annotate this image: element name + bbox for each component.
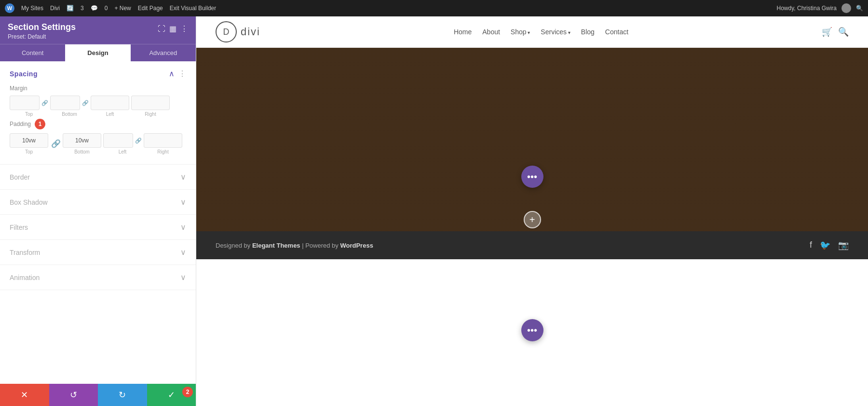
- nav-about[interactable]: About: [482, 28, 500, 36]
- divi-link[interactable]: Divi: [50, 5, 60, 12]
- tab-design[interactable]: Design: [65, 44, 130, 61]
- redo-icon: ↻: [119, 390, 126, 400]
- margin-right-input[interactable]: [131, 96, 170, 110]
- comment-count-badge: 0: [105, 5, 108, 12]
- twitter-icon[interactable]: 🐦: [820, 240, 830, 251]
- box-shadow-section[interactable]: Box Shadow ∨: [0, 190, 196, 215]
- transform-section[interactable]: Transform ∨: [0, 240, 196, 265]
- border-chevron-icon: ∨: [180, 172, 186, 182]
- nav-blog[interactable]: Blog: [581, 28, 595, 36]
- edit-page-link[interactable]: Edit Page: [138, 5, 163, 12]
- save-button[interactable]: ✓ 2: [147, 384, 196, 406]
- animation-section[interactable]: Animation ∨: [0, 265, 196, 290]
- margin-bottom-label: Bottom: [62, 112, 77, 117]
- margin-top-input[interactable]: [10, 96, 40, 110]
- redo-button[interactable]: ↻: [98, 384, 147, 406]
- site-header: D divi Home About Shop Services Blog Con…: [196, 16, 868, 48]
- footer-credits: Designed by Elegant Themes | Powered by …: [216, 242, 373, 249]
- my-sites-link[interactable]: My Sites: [21, 5, 43, 12]
- comment-icon[interactable]: 💬: [91, 5, 98, 12]
- footer-text-1: Designed by: [216, 242, 252, 249]
- padding-label: Padding: [10, 121, 31, 127]
- margin-bottom-group: 🔗 Bottom: [50, 96, 89, 117]
- add-module-button[interactable]: +: [524, 211, 541, 228]
- panel-header-left: Section Settings Preset: Default: [8, 22, 76, 40]
- border-label: Border: [10, 173, 30, 181]
- floating-menu-button[interactable]: •••: [521, 166, 543, 188]
- collapse-icon[interactable]: ∧: [169, 69, 175, 78]
- nav-home[interactable]: Home: [454, 28, 472, 36]
- filters-section[interactable]: Filters ∨: [0, 215, 196, 240]
- spacing-section-header[interactable]: Spacing ∧ ⋮: [10, 69, 186, 78]
- margin-left-group: Left: [91, 96, 129, 117]
- margin-left-input[interactable]: [91, 96, 129, 110]
- nav-contact[interactable]: Contact: [605, 28, 628, 36]
- padding-link-icon[interactable]: 🔗: [50, 136, 62, 151]
- preset-dropdown[interactable]: Preset: Default: [8, 33, 76, 40]
- padding-left-field: 🔗: [103, 133, 142, 148]
- panel-title: Section Settings: [8, 22, 76, 32]
- padding-top-input[interactable]: [10, 133, 48, 148]
- preview-area: D divi Home About Shop Services Blog Con…: [196, 16, 868, 406]
- padding-top-group: Top: [10, 133, 48, 154]
- section-options-icon[interactable]: ⋮: [178, 69, 186, 78]
- panel-header-right: ⛶ ▦ ⋮: [158, 24, 188, 33]
- action-bar: ✕ ↺ ↻ ✓ 2: [0, 384, 196, 406]
- exit-builder-link[interactable]: Exit Visual Builder: [170, 5, 217, 12]
- margin-right-label: Right: [145, 112, 156, 117]
- site-nav: Home About Shop Services Blog Contact: [454, 28, 628, 36]
- section-controls: ∧ ⋮: [169, 69, 186, 78]
- section-settings-panel: Section Settings Preset: Default ⛶ ▦ ⋮ C…: [0, 16, 196, 406]
- elegant-themes-link[interactable]: Elegant Themes: [252, 242, 300, 249]
- nav-shop[interactable]: Shop: [511, 28, 530, 36]
- more-options-dots-icon: •••: [527, 171, 537, 182]
- padding-left-group: 🔗 Left: [103, 133, 142, 154]
- cart-icon[interactable]: 🛒: [822, 27, 832, 37]
- margin-right-group: Right: [131, 96, 170, 117]
- panel-content: Spacing ∧ ⋮ Margin 🔗 Top: [0, 61, 196, 384]
- wordpress-link[interactable]: WordPress: [340, 242, 373, 249]
- bottom-floating-menu-button[interactable]: •••: [521, 319, 543, 341]
- new-content-link[interactable]: + New: [114, 5, 131, 12]
- spacing-section: Spacing ∧ ⋮ Margin 🔗 Top: [0, 61, 196, 165]
- margin-bottom-field: 🔗: [50, 96, 89, 110]
- search-nav-icon[interactable]: 🔍: [838, 27, 849, 37]
- box-shadow-label: Box Shadow: [10, 198, 48, 206]
- footer-social-icons: f 🐦 📷: [810, 240, 849, 251]
- save-badge: 2: [182, 387, 193, 397]
- footer-text-2: | Powered by: [300, 242, 340, 249]
- nav-services[interactable]: Services: [541, 28, 570, 36]
- undo-icon: ↺: [70, 390, 77, 400]
- margin-top-field: 🔗: [10, 96, 48, 110]
- more-options-icon[interactable]: ⋮: [180, 24, 188, 33]
- facebook-icon[interactable]: f: [810, 240, 812, 251]
- margin-bottom-link-icon[interactable]: 🔗: [82, 100, 89, 106]
- padding-left-input[interactable]: [103, 133, 133, 148]
- wp-logo-icon[interactable]: W: [5, 3, 14, 13]
- maximize-icon[interactable]: ⛶: [158, 25, 165, 33]
- columns-icon[interactable]: ▦: [169, 24, 176, 33]
- transform-chevron-icon: ∨: [180, 248, 186, 257]
- spinner-icon: 🔄: [67, 5, 74, 12]
- below-hero-section: •••: [196, 259, 868, 356]
- tab-advanced[interactable]: Advanced: [131, 44, 196, 61]
- padding-left-link-icon[interactable]: 🔗: [135, 138, 142, 144]
- tab-content[interactable]: Content: [0, 44, 65, 61]
- search-icon[interactable]: 🔍: [856, 5, 863, 12]
- instagram-icon[interactable]: 📷: [838, 240, 849, 251]
- border-section[interactable]: Border ∨: [0, 165, 196, 190]
- save-icon: ✓: [168, 390, 175, 400]
- animation-chevron-icon: ∨: [180, 273, 186, 282]
- padding-right-label: Right: [157, 149, 168, 154]
- margin-bottom-input[interactable]: [50, 96, 80, 110]
- padding-right-group: Right: [144, 133, 182, 154]
- undo-button[interactable]: ↺: [49, 384, 98, 406]
- box-shadow-chevron-icon: ∨: [180, 197, 186, 207]
- cancel-button[interactable]: ✕: [0, 384, 49, 406]
- padding-right-input[interactable]: [144, 133, 182, 148]
- margin-top-link-icon[interactable]: 🔗: [41, 100, 48, 106]
- padding-bottom-input[interactable]: [63, 133, 101, 148]
- padding-left-label: Left: [119, 149, 127, 154]
- margin-left-label: Left: [106, 112, 114, 117]
- panel-header: Section Settings Preset: Default ⛶ ▦ ⋮: [0, 16, 196, 44]
